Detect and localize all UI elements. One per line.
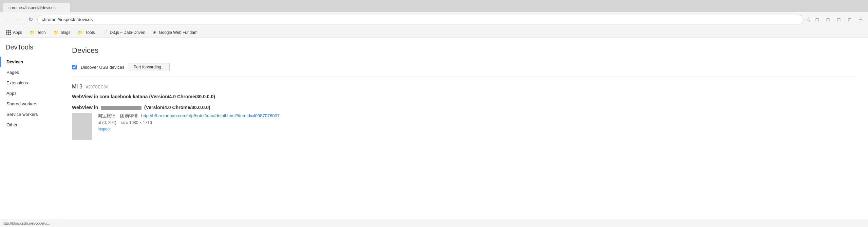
bookmark-d3js-label: D3.js – Data-Driven xyxy=(110,30,145,35)
apps-grid-icon xyxy=(6,30,11,35)
bookmarks-bar: Apps 📁 Tech 📁 blogs 📁 Tools 📄 D3.js – Da… xyxy=(0,27,868,38)
bookmark-tech-label: Tech xyxy=(37,30,45,35)
page-thumbnail xyxy=(72,113,92,140)
sidebar-item-other[interactable]: Other xyxy=(0,120,61,130)
sidebar-item-service-workers[interactable]: Service workers xyxy=(0,109,61,120)
extension-btn-1[interactable]: □ xyxy=(812,15,822,24)
extension-btn-3[interactable]: □ xyxy=(834,15,844,24)
folder-icon-tech: 📁 xyxy=(30,30,35,35)
sidebar: DevTools Devices Pages Extensions Apps S… xyxy=(0,38,61,219)
forward-button[interactable]: → xyxy=(14,15,24,24)
device-id: #307CEC0A xyxy=(86,85,109,89)
extension-btn-4[interactable]: □ xyxy=(845,15,854,24)
chrome-icon-google: ☀ xyxy=(153,30,157,35)
webview-suffix: (Version/4.0 Chrome/30.0.0.0) xyxy=(144,105,210,110)
bookmark-blogs-label: blogs xyxy=(61,30,71,35)
device-name: MI 3 xyxy=(72,84,82,90)
webview-title-1: WebView in com.facebook.katana (Version/… xyxy=(72,94,857,99)
bookmark-tools-label: Tools xyxy=(85,30,95,35)
bookmark-tech[interactable]: 📁 Tech xyxy=(26,28,49,37)
bookmark-d3js[interactable]: 📄 D3.js – Data-Driven xyxy=(99,28,149,37)
inspect-link[interactable]: inspect xyxy=(98,127,111,131)
device-header: MI 3 #307CEC0A xyxy=(72,84,857,90)
folder-icon-tools: 📁 xyxy=(78,30,83,35)
address-bar[interactable]: chrome://inspect/#devices xyxy=(37,15,804,24)
page-url-inline: http://h5.m.taobao.com/trip/hotel/tuan/d… xyxy=(141,113,280,118)
active-tab[interactable]: chrome://inspect/#devices xyxy=(3,3,71,12)
tab-bar: chrome://inspect/#devices xyxy=(0,0,868,12)
bookmark-star-icon[interactable]: ☆ xyxy=(806,16,811,23)
webview-entry-1: WebView in com.facebook.katana (Version/… xyxy=(72,94,857,99)
page-title: Devices xyxy=(72,46,857,55)
discover-usb-checkbox[interactable] xyxy=(72,65,77,69)
folder-icon-blogs: 📁 xyxy=(53,30,59,35)
bookmark-apps[interactable]: Apps xyxy=(3,28,25,37)
reload-button[interactable]: ↻ xyxy=(26,15,35,24)
page-title-text: 淘宝旅行 – 团购详情 http://h5.m.taobao.com/trip/… xyxy=(98,113,857,119)
bookmark-tools[interactable]: 📁 Tools xyxy=(74,28,98,37)
nav-actions: ☆ □ □ □ □ ☰ xyxy=(806,15,865,24)
bookmark-apps-label: Apps xyxy=(13,30,22,35)
webview-prefix: WebView in xyxy=(72,105,98,110)
sidebar-item-shared-workers[interactable]: Shared workers xyxy=(0,99,61,109)
webview-entry-2: WebView in (Version/4.0 Chrome/30.0.0.0)… xyxy=(72,105,857,140)
sidebar-title: DevTools xyxy=(0,43,61,57)
nav-bar: ← → ↻ chrome://inspect/#devices ☆ □ □ □ … xyxy=(0,12,868,27)
extension-btn-2[interactable]: □ xyxy=(823,15,833,24)
back-button[interactable]: ← xyxy=(3,15,12,24)
port-forwarding-button[interactable]: Port forwarding... xyxy=(129,63,170,71)
browser-frame: chrome://inspect/#devices ← → ↻ chrome:/… xyxy=(0,0,868,227)
discover-usb-label: Discover USB devices xyxy=(81,65,125,70)
status-url: http://blog.csdn.net/codekx... xyxy=(3,221,50,225)
menu-button[interactable]: ☰ xyxy=(856,15,865,24)
address-text: chrome://inspect/#devices xyxy=(42,17,93,22)
webview-redacted-bar xyxy=(101,106,141,110)
content-area: DevTools Devices Pages Extensions Apps S… xyxy=(0,38,868,219)
usb-section: Discover USB devices Port forwarding... xyxy=(72,63,857,77)
tab-title: chrome://inspect/#devices xyxy=(8,5,56,10)
page-info: 淘宝旅行 – 团购详情 http://h5.m.taobao.com/trip/… xyxy=(98,113,857,140)
status-bar: http://blog.csdn.net/codekx... xyxy=(0,219,868,227)
webview-title-2: WebView in (Version/4.0 Chrome/30.0.0.0) xyxy=(72,105,857,110)
page-entry: 淘宝旅行 – 团购详情 http://h5.m.taobao.com/trip/… xyxy=(72,113,857,140)
bookmark-google-label: Google Web Fundam xyxy=(159,30,197,35)
sidebar-item-devices[interactable]: Devices xyxy=(0,57,61,67)
main-panel: Devices Discover USB devices Port forwar… xyxy=(61,38,868,219)
page-position: at (0, 204) size 1080 × 1716 xyxy=(98,120,857,125)
page-icon-d3js: 📄 xyxy=(102,30,108,35)
bookmark-google-web[interactable]: ☀ Google Web Fundam xyxy=(149,28,201,37)
sidebar-item-apps[interactable]: Apps xyxy=(0,88,61,99)
sidebar-item-pages[interactable]: Pages xyxy=(0,67,61,78)
sidebar-item-extensions[interactable]: Extensions xyxy=(0,78,61,88)
bookmark-blogs[interactable]: 📁 blogs xyxy=(50,28,74,37)
